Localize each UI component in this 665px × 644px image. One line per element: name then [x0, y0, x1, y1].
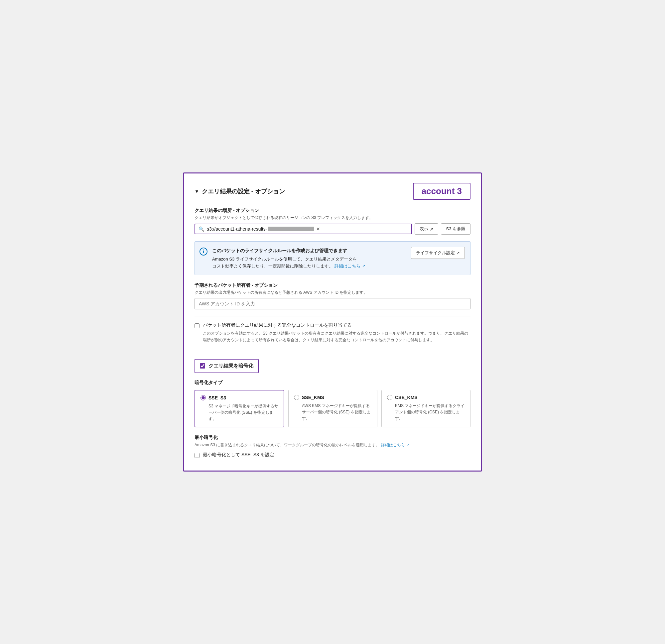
query-location-value: s3://account1-athena-results-	[207, 226, 267, 232]
external-link-icon: ↗	[362, 263, 365, 269]
browse-s3-button[interactable]: S3 を参照	[441, 223, 471, 235]
enc-card-sse-kms-header: SSE_KMS	[294, 395, 372, 400]
enc-card-cse-kms-header: CSE_KMS	[387, 395, 465, 400]
clear-icon[interactable]: ✕	[316, 226, 320, 232]
section-title-text: クエリ結果の設定 - オプション	[202, 188, 285, 195]
cse-kms-description: KMS マネージドキーが提供するクライアント側の暗号化 (CSE) を指定します…	[387, 403, 465, 422]
expected-owner-section: 予期されるバケット所有者 - オプション クエリ結果の出力場所バケットの所有者に…	[194, 282, 471, 309]
enc-card-cse-kms[interactable]: CSE_KMS KMS マネージドキーが提供するクライアント側の暗号化 (CSE…	[381, 390, 471, 428]
info-icon: i	[200, 248, 208, 256]
sse-s3-min-checkbox-row: 最小暗号化として SSE_S3 を設定	[194, 452, 471, 458]
min-encryption-section: 最小暗号化 Amazon S3 に書き込まれるクエリ結果について、ワークグループ…	[194, 435, 471, 457]
min-encryption-details-link[interactable]: 詳細はこちら ↗	[381, 443, 410, 447]
bucket-owner-checkbox-row: バケット所有者にクエリ結果に対する完全なコントロールを割り当てる	[194, 322, 471, 328]
min-sse-s3-checkbox[interactable]	[194, 453, 200, 458]
expected-owner-label: 予期されるバケット所有者 - オプション	[194, 282, 471, 289]
sse-s3-label[interactable]: SSE_S3	[208, 395, 226, 401]
sse-s3-radio[interactable]	[201, 395, 206, 401]
info-text2: コスト効率よく保存したり、一定期間後に削除したりします。	[212, 264, 333, 269]
query-location-row: 🔍 s3://account1-athena-results- ✕ 表示 ↗ S…	[194, 223, 471, 235]
min-encryption-description: Amazon S3 に書き込まれるクエリ結果について、ワークグループの暗号化の最…	[194, 442, 471, 448]
query-location-description: クエリ結果がオブジェクトとして保存される現在のリージョンの S3 プレフィックス…	[194, 215, 471, 221]
external-link-icon: ↗	[407, 442, 410, 448]
info-text: このバケットのライフサイクルルールを作成および管理できます Amazon S3 …	[212, 247, 406, 270]
encryption-options: SSE_S3 S3 マネージド暗号化キーが提供するサーバー側の暗号化 (SSE)…	[194, 390, 471, 428]
query-location-input-wrapper: 🔍 s3://account1-athena-results- ✕	[194, 223, 412, 234]
divider2	[194, 350, 471, 350]
encrypt-results-checkbox[interactable]	[200, 363, 205, 369]
sse-kms-description: AWS KMS マネージドキーが提供するサーバー側の暗号化 (SSE) を指定し…	[294, 403, 372, 422]
browse-button-label: S3 を参照	[446, 226, 466, 232]
account-badge: account 3	[413, 183, 471, 200]
sse-s3-description: S3 マネージド暗号化キーが提供するサーバー側の暗号化 (SSE) を指定します…	[201, 403, 278, 422]
bucket-owner-checkbox[interactable]	[194, 323, 200, 328]
section-title: ▼ クエリ結果の設定 - オプション	[194, 188, 285, 195]
query-location-section: クエリ結果の場所 - オプション クエリ結果がオブジェクトとして保存される現在の…	[194, 208, 471, 235]
min-sse-s3-label[interactable]: 最小暗号化として SSE_S3 を設定	[203, 452, 274, 458]
encrypt-results-section: クエリ結果を暗号化	[194, 359, 259, 373]
encrypt-results-label[interactable]: クエリ結果を暗号化	[208, 363, 253, 369]
account-id-input[interactable]	[194, 298, 471, 309]
info-body: Amazon S3 ライフサイクルルールを使用して、クエリ結果とメタデータを コ…	[212, 256, 406, 270]
search-icon: 🔍	[198, 226, 204, 232]
section-header: ▼ クエリ結果の設定 - オプション account 3	[194, 183, 471, 200]
enc-card-sse-s3-header: SSE_S3	[201, 395, 278, 401]
divider1	[194, 316, 471, 316]
sse-kms-radio[interactable]	[294, 395, 299, 400]
bucket-owner-label[interactable]: バケット所有者にクエリ結果に対する完全なコントロールを割り当てる	[203, 322, 352, 328]
encryption-type-section: 暗号化タイプ SSE_S3 S3 マネージド暗号化キーが提供するサーバー側の暗号…	[194, 380, 471, 428]
min-enc-link-text: 詳細はこちら	[381, 443, 405, 447]
min-encryption-title: 最小暗号化	[194, 435, 471, 441]
sse-kms-label[interactable]: SSE_KMS	[302, 395, 324, 400]
settings-panel: ▼ クエリ結果の設定 - オプション account 3 クエリ結果の場所 - …	[183, 173, 482, 471]
lifecycle-button-label: ライフサイクル設定	[416, 250, 455, 256]
lifecycle-details-link[interactable]: 詳細はこちら ↗	[335, 264, 365, 269]
encryption-type-label: 暗号化タイプ	[194, 380, 471, 386]
enc-card-sse-s3[interactable]: SSE_S3 S3 マネージド暗号化キーが提供するサーバー側の暗号化 (SSE)…	[194, 390, 284, 428]
external-link-icon: ↗	[430, 227, 433, 232]
collapse-triangle-icon[interactable]: ▼	[194, 189, 199, 194]
min-enc-desc-text: Amazon S3 に書き込まれるクエリ結果について、ワークグループの暗号化の最…	[194, 443, 380, 447]
enc-card-sse-kms[interactable]: SSE_KMS AWS KMS マネージドキーが提供するサーバー側の暗号化 (S…	[288, 390, 377, 428]
expected-owner-description: クエリ結果の出力場所バケットの所有者になると予想される AWS アカウント ID…	[194, 290, 471, 295]
query-location-label: クエリ結果の場所 - オプション	[194, 208, 471, 214]
view-button-label: 表示	[420, 226, 428, 232]
blurred-value	[268, 227, 314, 231]
lifecycle-settings-button[interactable]: ライフサイクル設定 ↗	[411, 247, 465, 259]
cse-kms-label[interactable]: CSE_KMS	[395, 395, 418, 400]
cse-kms-radio[interactable]	[387, 395, 392, 400]
bucket-owner-control-section: バケット所有者にクエリ結果に対する完全なコントロールを割り当てる このオプション…	[194, 322, 471, 343]
info-title: このバケットのライフサイクルルールを作成および管理できます	[212, 247, 406, 254]
bucket-owner-description: このオプションを有効にすると、S3 クエリ結果バケットの所有者にクエリ結果に対す…	[203, 330, 471, 343]
view-button[interactable]: 表示 ↗	[415, 223, 438, 235]
external-link-icon: ↗	[456, 251, 460, 256]
lifecycle-link-text: 詳細はこちら	[335, 264, 360, 269]
info-text1: Amazon S3 ライフサイクルルールを使用して、クエリ結果とメタデータを	[212, 256, 357, 261]
lifecycle-info-box: i このバケットのライフサイクルルールを作成および管理できます Amazon S…	[194, 241, 471, 275]
